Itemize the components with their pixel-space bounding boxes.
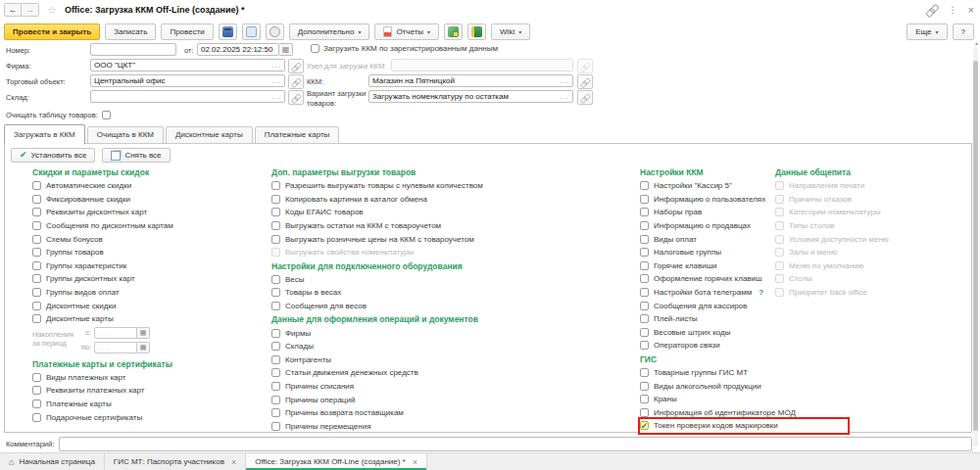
checkbox[interactable] (271, 368, 280, 377)
checkbox[interactable] (640, 341, 649, 350)
select-button[interactable]: ... (560, 92, 569, 101)
checkbox[interactable]: ✔ (640, 421, 649, 430)
checkbox[interactable] (32, 181, 41, 190)
warehouse-field[interactable]: ... (90, 90, 285, 103)
number-field[interactable] (90, 43, 176, 56)
history-button[interactable] (266, 24, 284, 40)
checkbox[interactable] (271, 208, 280, 216)
checkbox-item[interactable]: Дисконтные карты (32, 312, 266, 326)
checkbox-item[interactable]: Информация об идентификаторе МОД (640, 406, 848, 420)
checkbox[interactable] (271, 408, 280, 417)
calendar-button[interactable]: ▦ (137, 342, 150, 353)
scrollbar-thumb[interactable] (973, 61, 978, 431)
checkbox[interactable] (640, 288, 649, 297)
checkbox[interactable] (271, 396, 280, 404)
checkbox-item[interactable]: Сообщения по дисконтным картам (32, 219, 266, 233)
checkbox-item[interactable]: Группы видов оплат (32, 286, 266, 300)
close-tab-icon[interactable]: × (231, 457, 236, 467)
knowledge-base-button[interactable] (467, 24, 486, 40)
calendar-button[interactable]: ▦ (137, 327, 150, 339)
checkbox[interactable] (271, 329, 280, 338)
checkbox[interactable] (271, 302, 280, 310)
post-button[interactable]: Провести (161, 24, 213, 40)
checkbox-item[interactable]: Группы товаров (32, 246, 266, 259)
checkbox[interactable] (640, 395, 649, 403)
checkbox-item[interactable]: Подарочные сертификаты (32, 410, 266, 424)
checkbox-item[interactable]: Причины списания (271, 380, 624, 394)
checkbox[interactable] (102, 111, 111, 119)
checkbox[interactable] (640, 382, 649, 391)
checkbox[interactable] (640, 261, 649, 270)
checkbox-item[interactable]: Виды алкогольной продукции (640, 379, 848, 393)
checkbox-item[interactable]: Сообщения для весов (271, 300, 624, 313)
checkbox[interactable] (32, 235, 41, 244)
panel-tab[interactable]: Платежные карты (255, 126, 340, 144)
clear-table-checkbox[interactable]: Очищать таблицу товаров: (6, 111, 111, 119)
panel-tab[interactable]: Загружать в ККМ (4, 124, 85, 145)
date-field[interactable]: . . (94, 327, 137, 339)
load-variant-field[interactable]: Загружать номенклатуру по остаткам... (368, 90, 573, 103)
checkbox[interactable] (271, 422, 280, 431)
select-button[interactable]: ... (560, 76, 569, 85)
date-field[interactable]: 02.02.2025 22:12:50 (197, 43, 279, 56)
checkbox[interactable] (640, 195, 649, 204)
bottom-tab[interactable]: ⌂Начальная страница (0, 453, 105, 470)
checkbox-item[interactable]: Фирмы (271, 326, 624, 340)
checkbox-item[interactable]: Краны (640, 393, 848, 406)
checkbox[interactable] (271, 221, 280, 230)
checkbox[interactable] (640, 314, 649, 323)
checkbox[interactable] (32, 274, 41, 283)
checkbox-item[interactable]: Группы дисконтных карт (32, 272, 266, 286)
panel-tab[interactable]: Дисконтные карты (166, 126, 253, 144)
checkbox[interactable] (32, 221, 41, 230)
checkbox[interactable] (32, 302, 41, 310)
load-registered-checkbox[interactable]: Загрузить ККМ по зарегистрированным данн… (311, 44, 498, 53)
checkbox-item[interactable]: Группы характеристик (32, 259, 266, 273)
checkbox[interactable] (271, 275, 280, 284)
select-button[interactable]: ... (271, 76, 281, 85)
checkbox[interactable] (640, 181, 649, 190)
checkbox[interactable] (271, 288, 280, 297)
checkbox[interactable] (640, 235, 649, 244)
checkbox-item[interactable]: Весовые штрих коды (640, 326, 848, 340)
checkbox[interactable] (32, 373, 41, 382)
checkbox-item[interactable]: Копировать картинки в каталог обмена (271, 193, 624, 207)
checkbox[interactable] (640, 302, 649, 310)
checkbox[interactable] (32, 413, 41, 422)
checkbox-item[interactable]: Причины возврата поставщикам (271, 406, 624, 420)
link-button[interactable] (577, 74, 593, 89)
checkbox-item[interactable]: Платежные карты (32, 398, 266, 411)
link-button[interactable] (288, 59, 304, 73)
checkbox-item[interactable]: Товары в весах (271, 286, 624, 300)
checkbox[interactable] (640, 221, 649, 230)
checkbox[interactable] (32, 248, 41, 257)
bottom-tab[interactable]: ГИС МТ: Паспорта участников× (105, 453, 246, 470)
wiki-menu-button[interactable]: Wiki▾ (491, 24, 530, 40)
link-button[interactable] (577, 90, 593, 105)
checkbox[interactable] (32, 288, 41, 297)
checkbox-item[interactable]: Контрагенты (271, 353, 624, 367)
checkbox-item[interactable]: Реквизиты дисконтных карт (32, 206, 266, 219)
checkbox-item[interactable]: Разрешить выгружать товары с нулевым кол… (271, 179, 624, 193)
checkbox-item[interactable]: Склады (271, 340, 624, 353)
more-actions-button[interactable]: Еще▾ (906, 24, 947, 40)
help-button[interactable]: ? (953, 24, 974, 40)
checkbox[interactable] (640, 208, 649, 216)
bottom-tab[interactable]: Office: Загрузка ККМ Off-Line (создание)… (246, 453, 427, 470)
checkbox-item[interactable]: Схемы бонусов (32, 232, 266, 246)
trade-object-field[interactable]: Центральный офис... (90, 74, 285, 87)
checkbox[interactable] (640, 274, 649, 283)
checkbox-item[interactable]: Коды ЕГАИС товаров (271, 206, 624, 219)
set-all-button[interactable]: ✔Установить все (11, 148, 95, 163)
help-link[interactable]: ? (759, 288, 763, 297)
checkbox-item[interactable]: Фиксированные скидки (32, 193, 266, 207)
checkbox-item[interactable]: ✔Токен проверки кодов маркировки (640, 419, 848, 433)
checkbox[interactable] (271, 181, 280, 190)
kkm-field[interactable]: Магазин на Пятницкой... (368, 74, 573, 87)
checkbox[interactable] (32, 261, 41, 270)
checkbox-item[interactable]: Плей-листы (640, 312, 848, 326)
select-button[interactable]: ... (271, 92, 281, 101)
checkbox-item[interactable]: Виды платежных карт (32, 371, 266, 385)
forward-button[interactable]: → (22, 3, 39, 17)
checkbox-item[interactable]: Весы (271, 273, 624, 287)
